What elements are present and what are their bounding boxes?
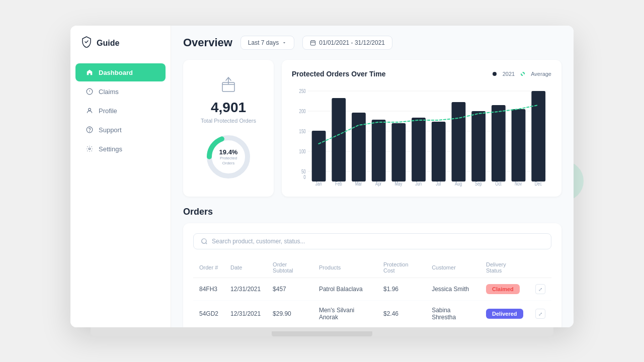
sidebar-item-profile-label: Profile <box>99 107 117 115</box>
svg-text:Sep: Sep <box>475 181 482 187</box>
laptop-base <box>91 327 553 336</box>
order-subtotal-1: $457 <box>267 278 313 301</box>
svg-text:200: 200 <box>299 109 306 114</box>
order-subtotal-2: $29.90 <box>267 301 313 327</box>
svg-text:150: 150 <box>299 129 306 134</box>
svg-text:Oct: Oct <box>495 181 502 187</box>
order-date-1: 12/31/2021 <box>224 278 267 301</box>
date-range-button[interactable]: 01/01/2021 - 31/12/2021 <box>302 36 392 50</box>
sidebar-item-profile[interactable]: Profile <box>75 102 166 120</box>
svg-point-5 <box>90 131 90 132</box>
logo: Guide <box>70 36 171 62</box>
sidebar-item-settings[interactable]: Settings <box>75 140 166 158</box>
order-expand-1[interactable]: ⤢ <box>529 278 551 301</box>
svg-rect-33 <box>471 111 486 182</box>
filter-button[interactable]: Last 7 days <box>240 36 294 50</box>
donut-percent: 19.4% <box>219 148 238 156</box>
orders-table: Order # Date Order Subtotal Products Pro… <box>193 257 551 327</box>
main-content: Overview Last 7 days 01/01/2021 - 31/12/… <box>171 26 574 327</box>
col-protection: Protection Cost <box>377 257 426 278</box>
sidebar-item-dashboard[interactable]: Dashboard <box>75 63 166 81</box>
laptop-frame: Guide Dashboard <box>70 26 574 336</box>
svg-text:100: 100 <box>299 149 306 154</box>
sidebar-item-claims-label: Claims <box>99 88 119 96</box>
order-num-2: 54GD2 <box>193 301 224 327</box>
legend-label-avg: Average <box>531 71 551 77</box>
donut-sublabel: ProtectedOrders <box>219 156 238 165</box>
chart-legend: 2021 Average <box>493 71 551 77</box>
svg-rect-34 <box>492 105 506 182</box>
svg-rect-35 <box>512 109 526 182</box>
overview-row: 4,901 Total Protected Orders 19. <box>183 60 561 197</box>
date-range-label: 01/01/2021 - 31/12/2021 <box>319 39 385 46</box>
svg-point-3 <box>89 108 91 111</box>
chart-header: Protected Orders Over Time 2021 Average <box>292 70 551 78</box>
svg-line-50 <box>206 243 207 244</box>
col-status: Delivery Status <box>480 257 529 278</box>
order-customer-2: Sabina Shrestha <box>426 301 480 327</box>
col-date: Date <box>224 257 267 278</box>
svg-rect-7 <box>311 41 315 45</box>
stat-label: Total Protected Orders <box>201 118 256 124</box>
col-products: Products <box>313 257 377 278</box>
legend-dot-avg <box>521 72 525 76</box>
svg-rect-31 <box>432 122 446 182</box>
svg-text:250: 250 <box>299 88 306 94</box>
calendar-icon <box>310 40 316 46</box>
legend-dot-2021 <box>493 72 497 76</box>
table-header-row: Order # Date Order Subtotal Products Pro… <box>193 257 551 278</box>
logo-icon <box>80 36 93 50</box>
order-status-1: Claimed <box>480 278 529 301</box>
home-icon <box>86 68 94 76</box>
col-customer: Customer <box>426 257 480 278</box>
stat-number: 4,901 <box>211 100 246 116</box>
status-badge-claimed: Claimed <box>486 284 520 294</box>
order-protection-2: $2.46 <box>377 301 426 327</box>
sidebar-item-support-label: Support <box>99 126 122 134</box>
order-expand-2[interactable]: ⤢ <box>529 301 551 327</box>
svg-text:Jul: Jul <box>436 181 441 187</box>
sidebar-item-support[interactable]: Support <box>75 121 166 139</box>
order-products-2: Men's Silvani Anorak <box>313 301 377 327</box>
svg-text:Jun: Jun <box>415 181 422 187</box>
order-status-2: Delivered <box>480 301 529 327</box>
svg-text:0: 0 <box>303 174 305 180</box>
search-bar[interactable]: Search product, customer, status... <box>193 233 551 249</box>
chevron-down-icon <box>282 40 287 45</box>
claims-icon <box>86 87 94 96</box>
svg-text:Dec: Dec <box>535 181 542 187</box>
expand-button-2[interactable]: ⤢ <box>535 309 545 319</box>
donut-chart: 19.4% ProtectedOrders <box>203 132 254 182</box>
page-title: Overview <box>183 36 232 49</box>
svg-text:Feb: Feb <box>335 181 342 187</box>
sidebar-item-settings-label: Settings <box>99 145 122 153</box>
screen: Guide Dashboard <box>70 26 574 327</box>
col-subtotal: Order Subtotal <box>267 257 313 278</box>
sidebar-item-claims[interactable]: Claims <box>75 82 166 101</box>
support-icon <box>86 126 94 134</box>
filter-label: Last 7 days <box>248 39 279 46</box>
chart-card: Protected Orders Over Time 2021 Average <box>282 60 561 197</box>
header: Overview Last 7 days 01/01/2021 - 31/12/… <box>183 36 561 50</box>
svg-rect-29 <box>391 123 406 182</box>
svg-rect-27 <box>352 113 366 182</box>
order-date-2: 12/31/2021 <box>224 301 267 327</box>
svg-text:Jan: Jan <box>315 181 322 187</box>
svg-rect-32 <box>452 102 466 182</box>
orders-section-title: Orders <box>183 207 561 217</box>
settings-icon <box>86 145 94 153</box>
table-row: 54GD2 12/31/2021 $29.90 Men's Silvani An… <box>193 301 551 327</box>
col-order-num: Order # <box>193 257 224 278</box>
svg-text:Nov: Nov <box>515 181 522 187</box>
svg-text:Aug: Aug <box>455 181 462 187</box>
sidebar: Guide Dashboard <box>70 26 171 327</box>
orders-title: Orders <box>183 207 213 217</box>
expand-button-1[interactable]: ⤢ <box>535 284 545 294</box>
svg-rect-26 <box>332 98 346 182</box>
orders-section: Search product, customer, status... Orde… <box>183 223 561 327</box>
svg-point-6 <box>89 148 91 150</box>
svg-rect-36 <box>531 91 545 182</box>
status-badge-delivered: Delivered <box>486 309 523 319</box>
chart-title: Protected Orders Over Time <box>292 70 385 78</box>
box-icon <box>218 74 238 95</box>
